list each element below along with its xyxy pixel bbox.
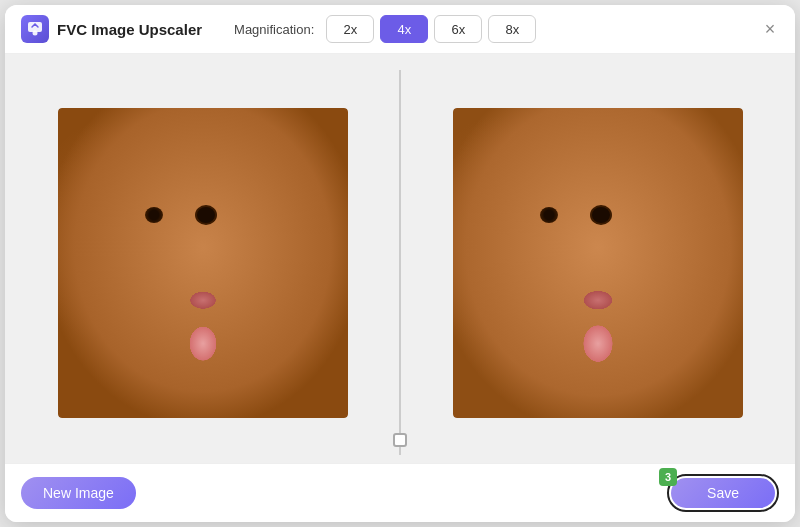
magnification-label: Magnification: [234, 22, 314, 37]
divider-handle[interactable] [393, 433, 407, 447]
upscaled-dog-image [453, 108, 743, 418]
upscaled-image-panel [420, 70, 775, 455]
app-title: FVC Image Upscaler [57, 21, 202, 38]
new-image-button[interactable]: New Image [21, 477, 136, 509]
bottom-bar: New Image 3 Save [5, 463, 795, 522]
mag-2x-button[interactable]: 2x [326, 15, 374, 43]
main-content [5, 54, 795, 463]
original-image-panel [25, 70, 380, 455]
titlebar: FVC Image Upscaler Magnification: 2x 4x … [5, 5, 795, 54]
upscaled-image [453, 108, 743, 418]
mag-6x-button[interactable]: 6x [434, 15, 482, 43]
app-logo [21, 15, 49, 43]
svg-point-1 [33, 31, 38, 36]
save-button[interactable]: Save [671, 478, 775, 508]
save-area: 3 Save [667, 474, 779, 512]
app-window: FVC Image Upscaler Magnification: 2x 4x … [5, 5, 795, 522]
magnification-controls: 2x 4x 6x 8x [326, 15, 536, 43]
mag-4x-button[interactable]: 4x [380, 15, 428, 43]
original-dog-image [58, 108, 348, 418]
mag-8x-button[interactable]: 8x [488, 15, 536, 43]
save-btn-wrapper: Save [667, 474, 779, 512]
original-image [58, 108, 348, 418]
separator-line [399, 70, 401, 455]
divider-area [380, 70, 420, 455]
save-badge: 3 [659, 468, 677, 486]
close-button[interactable]: × [759, 18, 781, 40]
